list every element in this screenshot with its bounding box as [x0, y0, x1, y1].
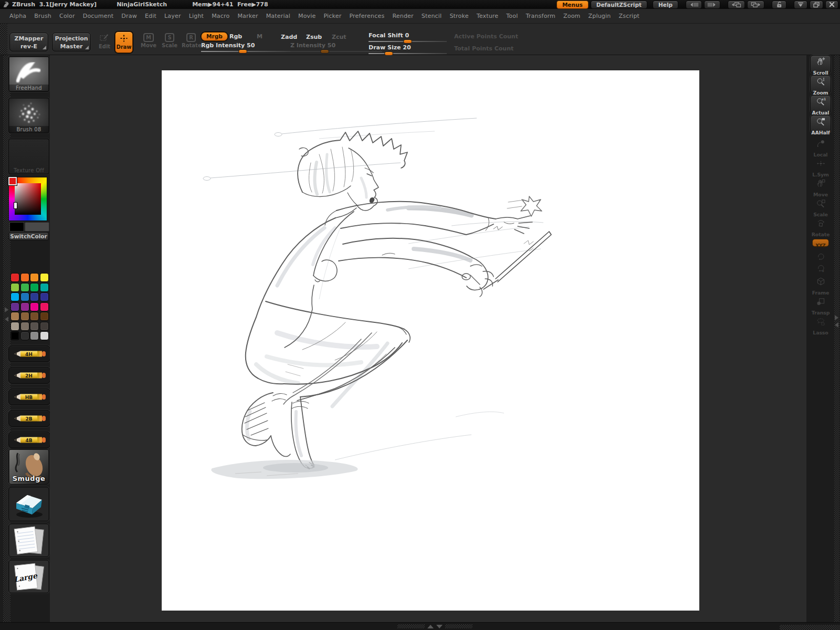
color-swatch[interactable] — [20, 322, 29, 331]
right-shelf-aahalf-button[interactable]: AAHalf — [810, 115, 831, 133]
focal-shift-handle[interactable] — [403, 39, 412, 44]
scrub-right-button[interactable] — [704, 1, 720, 9]
scrub-left-button[interactable] — [686, 1, 702, 9]
color-swatch[interactable] — [40, 312, 49, 321]
minimize-button[interactable] — [794, 1, 807, 9]
texture-selector[interactable]: Texture Off — [8, 139, 49, 174]
menu-item-tool[interactable]: Tool — [506, 13, 518, 19]
color-swatch[interactable] — [10, 322, 19, 331]
menu-item-picker[interactable]: Picker — [324, 13, 342, 19]
color-swatch[interactable] — [30, 312, 39, 321]
draw-size-slider[interactable]: Draw Size 20 — [369, 44, 447, 54]
draw-mode-button[interactable]: Draw — [115, 32, 133, 53]
color-swatch[interactable] — [30, 331, 39, 340]
paper-tool[interactable] — [8, 523, 49, 557]
saturation-value-square[interactable] — [15, 183, 41, 215]
color-swatch[interactable] — [30, 302, 39, 311]
color-picker[interactable] — [8, 177, 47, 221]
menu-item-edit[interactable]: Edit — [145, 13, 156, 19]
color-swatch[interactable] — [20, 331, 29, 340]
menu-item-document[interactable]: Document — [83, 13, 114, 19]
color-swatch[interactable] — [40, 292, 49, 301]
color-cursor[interactable] — [14, 202, 17, 209]
right-shelf-actual-button[interactable]: x1Actual — [810, 95, 831, 113]
color-swatch[interactable] — [40, 322, 49, 331]
color-swatch[interactable] — [10, 312, 19, 321]
color-swatch[interactable] — [20, 273, 29, 282]
draw-size-track[interactable] — [369, 53, 447, 54]
color-swatch[interactable] — [10, 302, 19, 311]
pencil-2h-button[interactable]: 2H — [8, 367, 50, 384]
tray-open-arrow-icon[interactable] — [835, 315, 838, 320]
pencil-hb-button[interactable]: HB — [8, 388, 50, 405]
menu-item-brush[interactable]: Brush — [34, 13, 51, 19]
focal-shift-slider[interactable]: Focal Shift 0 — [369, 32, 447, 42]
color-swatch[interactable] — [10, 292, 19, 301]
secondary-color-well[interactable] — [25, 222, 49, 232]
right-shelf-xyz-button[interactable]: XYZ — [812, 239, 829, 247]
right-shelf-scroll-button[interactable]: Scroll — [810, 55, 831, 74]
color-swatch[interactable] — [10, 273, 19, 282]
menu-item-alpha[interactable]: Alpha — [9, 13, 26, 19]
tray-down-arrow-icon[interactable] — [436, 625, 443, 628]
menu-item-marker[interactable]: Marker — [237, 13, 258, 19]
main-color-well[interactable] — [9, 222, 24, 232]
color-swatch[interactable] — [30, 322, 39, 331]
eraser-tool[interactable] — [8, 487, 49, 521]
pencil-4b-button[interactable]: 4B — [8, 432, 50, 448]
rgb-intensity-track[interactable] — [201, 51, 291, 52]
menu-item-layer[interactable]: Layer — [164, 13, 181, 19]
divider-grip[interactable] — [445, 624, 472, 628]
menu-item-zoom[interactable]: Zoom — [563, 13, 581, 19]
focal-shift-track[interactable] — [369, 41, 447, 42]
menu-item-texture[interactable]: Texture — [477, 13, 499, 19]
menu-item-stroke[interactable]: Stroke — [449, 13, 468, 19]
menu-item-stencil[interactable]: Stencil — [422, 13, 442, 19]
paper-large-tool[interactable]: Large — [8, 560, 49, 593]
close-button[interactable] — [825, 1, 838, 9]
previous-document-button[interactable] — [728, 1, 745, 9]
shelf-grip[interactable] — [0, 24, 7, 55]
color-swatch[interactable] — [20, 302, 29, 311]
default-zscript-button[interactable]: DefaultZScript — [591, 1, 647, 9]
color-swatch[interactable] — [20, 292, 29, 301]
lock-button[interactable] — [772, 1, 786, 9]
right-tray-divider[interactable] — [834, 55, 839, 622]
menu-item-preferences[interactable]: Preferences — [349, 13, 384, 19]
color-swatch[interactable] — [30, 273, 39, 282]
menu-item-render[interactable]: Render — [392, 13, 413, 19]
color-swatch[interactable] — [20, 283, 29, 292]
alpha-selector[interactable]: Brush 08 — [8, 98, 49, 133]
tray-close-arrow-icon[interactable] — [835, 322, 838, 328]
color-swatch[interactable] — [40, 283, 49, 292]
resize-corner[interactable] — [780, 625, 840, 630]
tray-open-arrow-icon[interactable] — [5, 307, 8, 312]
tray-close-arrow-icon[interactable] — [5, 317, 8, 322]
zadd-button[interactable]: Zadd — [281, 34, 297, 40]
menu-item-transform[interactable]: Transform — [526, 13, 555, 19]
menus-button[interactable]: Menus — [556, 1, 589, 9]
rgb-intensity-handle[interactable] — [238, 49, 247, 54]
color-swatch[interactable] — [30, 283, 39, 292]
projection-master-button[interactable]: Projection Master — [52, 33, 91, 51]
rgb-intensity-slider[interactable]: Rgb Intensity 50 — [201, 42, 291, 52]
menu-item-light[interactable]: Light — [189, 13, 204, 19]
color-swatch[interactable] — [40, 331, 49, 340]
right-shelf-zoom-button[interactable]: Zoom — [810, 75, 831, 93]
menu-item-color[interactable]: Color — [59, 13, 75, 19]
pencil-4h-button[interactable]: 4H — [8, 345, 50, 362]
menu-item-material[interactable]: Material — [266, 13, 290, 19]
menu-item-zscript[interactable]: Zscript — [618, 13, 639, 19]
color-swatch[interactable] — [10, 283, 19, 292]
menu-item-zplugin[interactable]: Zplugin — [589, 13, 611, 19]
help-button[interactable]: Help — [653, 1, 678, 9]
zmapper-button[interactable]: ZMapper rev-E — [9, 33, 48, 51]
color-swatch[interactable] — [30, 292, 39, 301]
mrgb-button[interactable]: Mrgb — [201, 32, 228, 41]
zsub-button[interactable]: Zsub — [306, 34, 322, 40]
switch-color-button[interactable]: SwitchColor — [8, 232, 49, 240]
color-swatch[interactable] — [20, 312, 29, 321]
menu-item-movie[interactable]: Movie — [298, 13, 316, 19]
stroke-selector[interactable]: FreeHand — [8, 56, 49, 92]
divider-grip[interactable] — [397, 624, 425, 628]
